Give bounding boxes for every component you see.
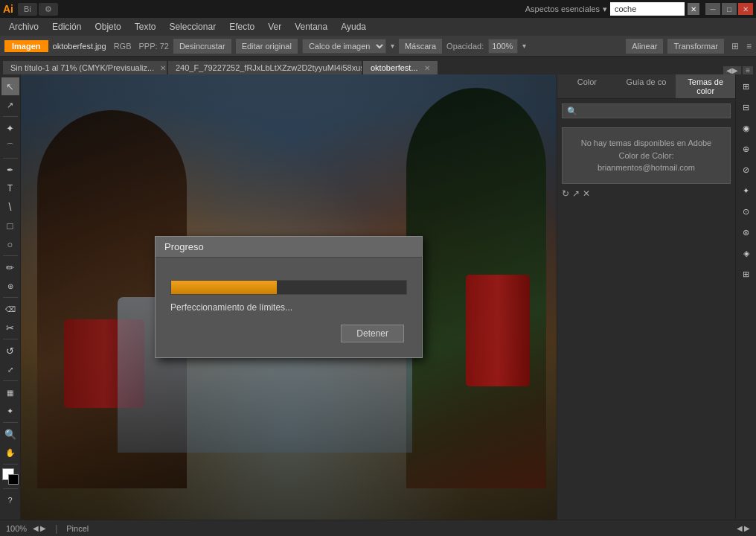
ellipse-tool-button[interactable]: ○ — [1, 235, 19, 253]
rotate-tool-button[interactable]: ↺ — [1, 342, 19, 360]
menu-ver[interactable]: Ver — [262, 20, 287, 34]
opacity-arrow: ▾ — [522, 42, 526, 50]
right-panel-content: No hay temas disponibles en Adobe Color … — [557, 99, 735, 520]
status-right-arrow[interactable]: ▶ — [744, 524, 750, 532]
magic-wand-tool-button[interactable]: ✦ — [1, 119, 19, 137]
status-separator: | — [55, 523, 57, 534]
doc-tab-1[interactable]: 240_F_79227252_fRJxLbLtXZzw2D2tyyuMI4i58… — [168, 61, 362, 74]
dialog-buttons: Detener — [170, 325, 407, 342]
gradient-tool-button[interactable]: ▦ — [1, 383, 19, 401]
type-tool-button[interactable]: T — [1, 179, 19, 197]
detener-button[interactable]: Detener — [341, 325, 404, 342]
nav-left-button[interactable]: ◀ — [33, 524, 39, 532]
imagen-tab[interactable]: Imagen — [4, 40, 48, 52]
search-label: Aspectos esenciales — [525, 4, 600, 13]
alinear-button[interactable]: Alinear — [626, 39, 663, 54]
eraser-tool-button[interactable]: ⌫ — [1, 300, 19, 318]
select-tool-button[interactable]: ↖ — [1, 77, 19, 95]
file-name-label: oktoberfest.jpg — [53, 42, 106, 51]
hand-tool-button[interactable]: ✋ — [1, 444, 19, 462]
transformar-button[interactable]: Transformar — [667, 39, 724, 54]
far-btn-3[interactable]: ◉ — [737, 119, 755, 137]
menu-efecto[interactable]: Efecto — [223, 20, 260, 34]
tab-arrange-button[interactable]: ◀▶ — [723, 66, 741, 74]
close-button[interactable]: ✕ — [738, 3, 753, 15]
desincrustar-button[interactable]: Desincrustar — [173, 39, 231, 54]
canvas-area[interactable]: Progreso Perfeccionamiento de límites...… — [21, 74, 557, 520]
help-button[interactable]: ? — [1, 491, 19, 509]
zoom-value: 100% — [6, 524, 27, 533]
line-tool-button[interactable]: \ — [1, 198, 19, 216]
tab-menu-button[interactable]: ≡ — [743, 66, 753, 74]
background-color[interactable] — [8, 474, 19, 485]
search-clear-button[interactable]: ✕ — [688, 3, 699, 15]
far-btn-2[interactable]: ⊟ — [737, 98, 755, 116]
pen-tool-button[interactable]: ✒ — [1, 161, 19, 179]
status-left-arrow[interactable]: ◀ — [737, 524, 743, 532]
progress-status-text: Perfeccionamiento de límites... — [170, 302, 407, 313]
status-bar: 100% ◀ ▶ | Pincel ◀ ▶ — [0, 520, 756, 536]
calco-imagen-select[interactable]: Calco de imagen — [302, 39, 386, 54]
mascara-button[interactable]: Máscara — [399, 39, 442, 54]
scale-tool-button[interactable]: ⤢ — [1, 360, 19, 378]
panel-share-icon[interactable]: ↗ — [572, 188, 580, 199]
search-input[interactable] — [610, 2, 685, 16]
far-btn-8[interactable]: ⊛ — [737, 223, 755, 241]
nav-right-button[interactable]: ▶ — [40, 524, 46, 532]
temas-color-tab[interactable]: Temas de color — [676, 74, 735, 98]
doc-tab-1-label: 240_F_79227252_fRJxLbLtXZzw2D2tyyuMI4i58… — [176, 63, 362, 72]
far-btn-4[interactable]: ⊕ — [737, 140, 755, 158]
doc-tab-0-close[interactable]: ✕ — [160, 64, 166, 72]
menu-archivo[interactable]: Archivo — [3, 20, 45, 34]
blob-brush-tool-button[interactable]: ⊛ — [1, 277, 19, 295]
doc-tab-0[interactable]: Sin título-1 al 71% (CMYK/Previsualiz...… — [3, 61, 167, 74]
panel-refresh-icon[interactable]: ↻ — [562, 188, 569, 199]
opacity-input[interactable] — [488, 39, 518, 54]
rect-tool-button[interactable]: □ — [1, 217, 19, 234]
far-btn-1[interactable]: ⊞ — [737, 77, 755, 95]
pencil-tool-button[interactable]: ✏ — [1, 258, 19, 276]
editar-original-button[interactable]: Editar original — [236, 39, 298, 54]
panel-bottom-icons: ↻ ↗ ✕ — [562, 188, 731, 199]
window-controls: ─ □ ✕ — [705, 3, 753, 15]
menu-texto[interactable]: Texto — [129, 20, 162, 34]
panel-search-input[interactable] — [562, 103, 731, 118]
far-btn-9[interactable]: ◈ — [737, 244, 755, 262]
tool-separator-2 — [3, 158, 18, 159]
title-bar: Ai Bi ⚙ Aspectos esenciales ▾ ✕ ─ □ ✕ — [0, 0, 756, 18]
guia-color-tab[interactable]: Guía de co — [617, 74, 676, 98]
tab-bar: Sin título-1 al 71% (CMYK/Previsualiz...… — [0, 57, 756, 74]
far-right-toolbar: ⊞ ⊟ ◉ ⊕ ⊘ ✦ ⊙ ⊛ ◈ ⊞ — [735, 74, 756, 520]
app-logo: Ai — [3, 3, 13, 15]
panel-empty-message: No hay temas disponibles en Adobe Color … — [562, 127, 731, 184]
options-menu-icon[interactable]: ≡ — [746, 41, 752, 51]
doc-tab-2-close[interactable]: ✕ — [424, 64, 430, 72]
far-btn-7[interactable]: ⊙ — [737, 202, 755, 220]
file-mode-label: RGB — [114, 42, 132, 51]
far-btn-5[interactable]: ⊘ — [737, 161, 755, 179]
scissors-tool-button[interactable]: ✂ — [1, 319, 19, 336]
eyedropper-tool-button[interactable]: ✦ — [1, 402, 19, 420]
doc-tab-2[interactable]: oktoberfest... ✕ — [363, 61, 438, 74]
color-boxes[interactable] — [2, 468, 19, 485]
direct-select-tool-button[interactable]: ↗ — [1, 96, 19, 114]
menu-objeto[interactable]: Objeto — [89, 20, 126, 34]
far-btn-10[interactable]: ⊞ — [737, 265, 755, 283]
options-extra-icon: ⊞ — [731, 41, 739, 51]
search-area: Aspectos esenciales ▾ ✕ — [525, 2, 699, 16]
menu-edicion[interactable]: Edición — [46, 20, 87, 34]
lasso-tool-button[interactable]: ⌒ — [1, 138, 19, 156]
far-btn-6[interactable]: ✦ — [737, 182, 755, 200]
title-tab-gear[interactable]: ⚙ — [39, 3, 58, 16]
color-tab[interactable]: Color — [557, 74, 617, 98]
panel-close-icon[interactable]: ✕ — [583, 188, 590, 199]
restore-button[interactable]: □ — [722, 3, 737, 15]
tool-separator-1 — [3, 116, 18, 117]
dropdown-arrow[interactable]: ▾ — [603, 4, 607, 14]
menu-seleccionar[interactable]: Seleccionar — [163, 20, 222, 34]
zoom-tool-button[interactable]: 🔍 — [1, 425, 19, 443]
menu-ventana[interactable]: Ventana — [289, 20, 333, 34]
minimize-button[interactable]: ─ — [705, 3, 720, 15]
title-tab-bi[interactable]: Bi — [18, 3, 37, 16]
menu-ayuda[interactable]: Ayuda — [335, 20, 372, 34]
